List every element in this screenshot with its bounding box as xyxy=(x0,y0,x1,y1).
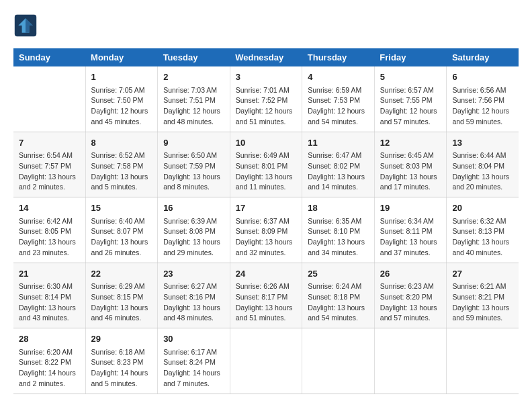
day-number: 18 xyxy=(308,201,369,215)
day-cell: 25Sunrise: 6:24 AMSunset: 8:18 PMDayligh… xyxy=(302,263,375,328)
day-cell: 1Sunrise: 7:05 AMSunset: 7:50 PMDaylight… xyxy=(85,66,158,132)
day-number: 30 xyxy=(163,332,224,346)
day-cell: 7Sunrise: 6:54 AMSunset: 7:57 PMDaylight… xyxy=(13,132,85,197)
day-detail: Sunrise: 6:35 AMSunset: 8:10 PMDaylight:… xyxy=(308,216,369,259)
day-number: 10 xyxy=(236,136,297,150)
day-number: 29 xyxy=(91,332,152,346)
day-detail: Sunrise: 6:21 AMSunset: 8:21 PMDaylight:… xyxy=(452,281,513,324)
day-number: 20 xyxy=(452,201,513,215)
day-number: 9 xyxy=(163,136,224,150)
day-cell: 26Sunrise: 6:23 AMSunset: 8:20 PMDayligh… xyxy=(374,263,447,328)
logo xyxy=(13,13,40,38)
day-detail: Sunrise: 6:34 AMSunset: 8:11 PMDaylight:… xyxy=(380,216,441,259)
day-number: 11 xyxy=(308,136,369,150)
day-cell: 22Sunrise: 6:29 AMSunset: 8:15 PMDayligh… xyxy=(85,263,158,328)
day-number: 1 xyxy=(91,71,152,84)
day-cell: 21Sunrise: 6:30 AMSunset: 8:14 PMDayligh… xyxy=(13,263,85,328)
day-cell: 19Sunrise: 6:34 AMSunset: 8:11 PMDayligh… xyxy=(374,197,447,263)
day-cell: 10Sunrise: 6:49 AMSunset: 8:01 PMDayligh… xyxy=(230,132,302,197)
day-cell: 8Sunrise: 6:52 AMSunset: 7:58 PMDaylight… xyxy=(85,132,158,197)
day-number: 19 xyxy=(380,201,441,215)
week-row-4: 21Sunrise: 6:30 AMSunset: 8:14 PMDayligh… xyxy=(13,263,519,328)
day-cell xyxy=(13,66,85,132)
day-detail: Sunrise: 6:26 AMSunset: 8:17 PMDaylight:… xyxy=(236,281,297,324)
day-detail: Sunrise: 6:59 AMSunset: 7:53 PMDaylight:… xyxy=(308,85,369,128)
day-cell: 11Sunrise: 6:47 AMSunset: 8:02 PMDayligh… xyxy=(302,132,375,197)
day-detail: Sunrise: 7:03 AMSunset: 7:51 PMDaylight:… xyxy=(163,85,224,128)
day-cell: 23Sunrise: 6:27 AMSunset: 8:16 PMDayligh… xyxy=(158,263,230,328)
day-number: 23 xyxy=(163,267,224,281)
day-cell xyxy=(447,328,519,394)
day-cell: 9Sunrise: 6:50 AMSunset: 7:59 PMDaylight… xyxy=(158,132,230,197)
day-number: 4 xyxy=(308,71,369,84)
day-detail: Sunrise: 6:50 AMSunset: 7:59 PMDaylight:… xyxy=(163,150,224,193)
day-cell: 13Sunrise: 6:44 AMSunset: 8:04 PMDayligh… xyxy=(447,132,519,197)
day-cell: 24Sunrise: 6:26 AMSunset: 8:17 PMDayligh… xyxy=(230,263,302,328)
day-detail: Sunrise: 6:18 AMSunset: 8:23 PMDaylight:… xyxy=(91,347,152,390)
day-number: 13 xyxy=(452,136,513,150)
day-detail: Sunrise: 6:42 AMSunset: 8:05 PMDaylight:… xyxy=(19,216,80,259)
day-number: 12 xyxy=(380,136,441,150)
day-cell: 28Sunrise: 6:20 AMSunset: 8:22 PMDayligh… xyxy=(13,328,85,394)
day-number: 15 xyxy=(91,201,152,215)
calendar-header-row: SundayMondayTuesdayWednesdayThursdayFrid… xyxy=(13,48,519,66)
day-detail: Sunrise: 6:52 AMSunset: 7:58 PMDaylight:… xyxy=(91,150,152,193)
day-detail: Sunrise: 6:40 AMSunset: 8:07 PMDaylight:… xyxy=(91,216,152,259)
week-row-2: 7Sunrise: 6:54 AMSunset: 7:57 PMDaylight… xyxy=(13,132,519,197)
day-cell xyxy=(302,328,375,394)
day-detail: Sunrise: 6:47 AMSunset: 8:02 PMDaylight:… xyxy=(308,150,369,193)
day-number: 8 xyxy=(91,136,152,150)
day-detail: Sunrise: 6:49 AMSunset: 8:01 PMDaylight:… xyxy=(236,150,297,193)
day-cell: 2Sunrise: 7:03 AMSunset: 7:51 PMDaylight… xyxy=(158,66,230,132)
day-number: 7 xyxy=(19,136,80,150)
day-cell: 5Sunrise: 6:57 AMSunset: 7:55 PMDaylight… xyxy=(374,66,447,132)
day-detail: Sunrise: 6:29 AMSunset: 8:15 PMDaylight:… xyxy=(91,281,152,324)
day-cell: 20Sunrise: 6:32 AMSunset: 8:13 PMDayligh… xyxy=(447,197,519,263)
column-header-sunday: Sunday xyxy=(13,48,85,66)
column-header-saturday: Saturday xyxy=(447,48,519,66)
day-detail: Sunrise: 6:57 AMSunset: 7:55 PMDaylight:… xyxy=(380,85,441,128)
day-cell: 29Sunrise: 6:18 AMSunset: 8:23 PMDayligh… xyxy=(85,328,158,394)
day-cell: 27Sunrise: 6:21 AMSunset: 8:21 PMDayligh… xyxy=(447,263,519,328)
day-number: 27 xyxy=(452,267,513,281)
day-detail: Sunrise: 6:37 AMSunset: 8:09 PMDaylight:… xyxy=(236,216,297,259)
day-cell: 16Sunrise: 6:39 AMSunset: 8:08 PMDayligh… xyxy=(158,197,230,263)
day-cell xyxy=(374,328,447,394)
day-cell: 30Sunrise: 6:17 AMSunset: 8:24 PMDayligh… xyxy=(158,328,230,394)
day-detail: Sunrise: 6:39 AMSunset: 8:08 PMDaylight:… xyxy=(163,216,224,259)
week-row-1: 1Sunrise: 7:05 AMSunset: 7:50 PMDaylight… xyxy=(13,66,519,132)
day-number: 17 xyxy=(236,201,297,215)
day-detail: Sunrise: 7:01 AMSunset: 7:52 PMDaylight:… xyxy=(236,85,297,128)
day-cell: 3Sunrise: 7:01 AMSunset: 7:52 PMDaylight… xyxy=(230,66,302,132)
day-detail: Sunrise: 6:30 AMSunset: 8:14 PMDaylight:… xyxy=(19,281,80,324)
day-cell xyxy=(230,328,302,394)
day-detail: Sunrise: 7:05 AMSunset: 7:50 PMDaylight:… xyxy=(91,85,152,128)
day-number: 3 xyxy=(236,71,297,84)
day-detail: Sunrise: 6:17 AMSunset: 8:24 PMDaylight:… xyxy=(163,347,224,390)
day-cell: 12Sunrise: 6:45 AMSunset: 8:03 PMDayligh… xyxy=(374,132,447,197)
day-number: 6 xyxy=(452,71,513,84)
column-header-wednesday: Wednesday xyxy=(230,48,302,66)
day-cell: 18Sunrise: 6:35 AMSunset: 8:10 PMDayligh… xyxy=(302,197,375,263)
day-detail: Sunrise: 6:27 AMSunset: 8:16 PMDaylight:… xyxy=(163,281,224,324)
day-cell: 17Sunrise: 6:37 AMSunset: 8:09 PMDayligh… xyxy=(230,197,302,263)
day-number: 28 xyxy=(19,332,80,346)
day-cell: 4Sunrise: 6:59 AMSunset: 7:53 PMDaylight… xyxy=(302,66,375,132)
day-number: 25 xyxy=(308,267,369,281)
day-cell: 6Sunrise: 6:56 AMSunset: 7:56 PMDaylight… xyxy=(447,66,519,132)
page-header xyxy=(13,13,519,38)
day-cell: 15Sunrise: 6:40 AMSunset: 8:07 PMDayligh… xyxy=(85,197,158,263)
day-detail: Sunrise: 6:24 AMSunset: 8:18 PMDaylight:… xyxy=(308,281,369,324)
day-number: 24 xyxy=(236,267,297,281)
week-row-5: 28Sunrise: 6:20 AMSunset: 8:22 PMDayligh… xyxy=(13,328,519,394)
calendar-table: SundayMondayTuesdayWednesdayThursdayFrid… xyxy=(13,48,519,394)
day-number: 22 xyxy=(91,267,152,281)
day-detail: Sunrise: 6:54 AMSunset: 7:57 PMDaylight:… xyxy=(19,150,80,193)
day-number: 2 xyxy=(163,71,224,84)
column-header-friday: Friday xyxy=(374,48,447,66)
day-number: 14 xyxy=(19,201,80,215)
column-header-thursday: Thursday xyxy=(302,48,375,66)
day-cell: 14Sunrise: 6:42 AMSunset: 8:05 PMDayligh… xyxy=(13,197,85,263)
day-number: 16 xyxy=(163,201,224,215)
day-number: 5 xyxy=(380,71,441,84)
